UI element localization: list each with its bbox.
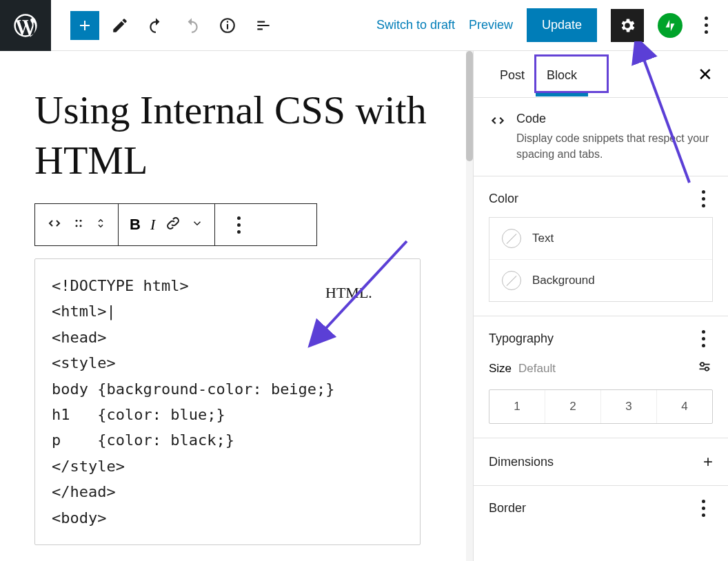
svg-rect-1 [227,23,228,29]
svg-point-4 [80,220,82,222]
move-updown-icon[interactable] [94,214,107,235]
block-toolbar[interactable]: B I [34,203,317,246]
size-option-3[interactable]: 3 [600,390,656,423]
panel-color: Color Text Background [474,176,728,316]
swatch-none-icon [502,271,521,290]
border-panel-title: Border [489,501,526,516]
size-option-1[interactable]: 1 [489,390,545,423]
jetpack-icon [663,18,678,33]
settings-button[interactable] [611,9,644,42]
link-button[interactable] [165,215,181,234]
swatch-none-icon [502,229,521,248]
panel-dimensions[interactable]: Dimensions + [474,438,728,486]
wordpress-logo[interactable] [0,0,51,51]
editor-scrollbar-thumb[interactable] [466,51,473,161]
custom-size-button[interactable] [696,360,713,377]
color-panel-title: Color [489,192,518,206]
switch-to-draft-link[interactable]: Switch to draft [376,18,455,32]
update-button[interactable]: Update [527,8,597,42]
panel-typography: Typography Size Default 1 2 3 4 [474,316,728,438]
italic-button[interactable]: I [150,216,155,234]
border-panel-options[interactable] [694,500,713,517]
size-option-2[interactable]: 2 [545,390,600,423]
svg-point-3 [76,220,78,222]
size-value: Default [518,362,556,376]
code-icon [489,112,507,162]
preview-link[interactable]: Preview [469,18,513,32]
options-menu-button[interactable] [696,17,716,34]
block-type-name: Code [516,112,713,126]
color-background-label: Background [532,274,595,287]
svg-point-5 [76,225,78,227]
tab-block[interactable]: Block [536,52,588,96]
editor-canvas: Using Internal CSS with HTML B I HTML. <… [0,51,473,561]
panel-border[interactable]: Border [474,486,728,531]
block-options-button[interactable] [229,216,248,234]
settings-sidebar: Post Block ✕ Code Display code snippets … [473,51,728,561]
panel-block-info: Code Display code snippets that respect … [474,98,728,176]
redo-button[interactable] [176,10,207,41]
svg-point-8 [705,367,709,371]
svg-point-6 [80,225,82,227]
typography-panel-options[interactable] [694,330,713,347]
close-sidebar-button[interactable]: ✕ [698,65,713,83]
right-toolbar: Switch to draft Preview Update [376,8,728,42]
block-type-description: Display code snippets that respect your … [516,130,713,162]
color-text-label: Text [532,232,554,245]
dimensions-add-button[interactable]: + [703,452,713,471]
gear-icon [618,17,636,34]
paragraph-fragment: HTML. [325,284,372,302]
info-icon [219,17,236,34]
pencil-icon [111,17,129,34]
size-presets: 1 2 3 4 [489,389,713,424]
main-area: Using Internal CSS with HTML B I HTML. <… [0,51,728,561]
editor-top-bar: Switch to draft Preview Update [0,0,728,51]
info-button[interactable] [212,10,243,41]
redo-icon [183,17,201,34]
jetpack-button[interactable] [658,13,682,38]
wordpress-icon [12,12,39,39]
size-label: Size [489,362,512,376]
post-title[interactable]: Using Internal CSS with HTML [34,85,438,185]
editor-scrollbar[interactable] [466,51,473,561]
list-view-icon [254,17,272,34]
dimensions-panel-title: Dimensions [489,455,554,469]
left-toolbar [51,10,279,41]
color-text-row[interactable]: Text [489,218,712,259]
list-view-button[interactable] [248,10,279,41]
add-block-button[interactable] [70,11,99,40]
code-block-icon[interactable] [46,215,63,234]
sidebar-tabs: Post Block ✕ [474,51,728,98]
typography-panel-title: Typography [489,332,554,346]
drag-handle-icon[interactable] [72,217,85,232]
edit-tool-button[interactable] [105,10,135,41]
undo-icon [147,17,165,34]
plus-icon [77,17,93,34]
svg-rect-2 [227,21,228,22]
color-background-row[interactable]: Background [489,259,712,301]
color-panel-options[interactable] [694,190,713,207]
more-formatting-button[interactable] [191,217,203,232]
undo-button[interactable] [141,10,171,41]
size-option-4[interactable]: 4 [656,390,712,423]
bold-button[interactable]: B [130,216,141,234]
svg-point-7 [700,363,704,367]
tab-post[interactable]: Post [489,52,536,96]
